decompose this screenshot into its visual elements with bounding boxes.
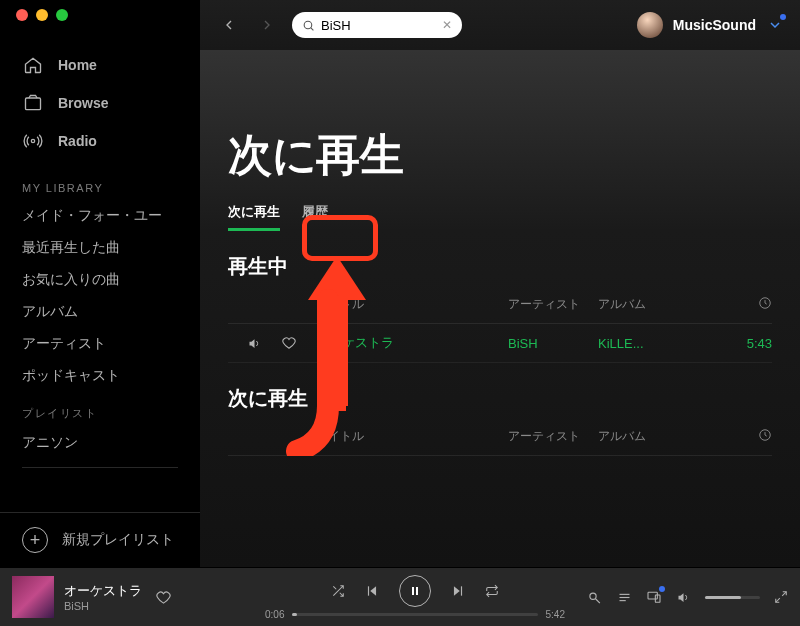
search-box[interactable]: ✕ <box>292 12 462 38</box>
column-duration-icon <box>700 296 778 313</box>
column-artist: アーティスト <box>508 296 592 313</box>
sidebar: Home Browse Radio MY LIBRARY メイド・フォー・ユー … <box>0 0 200 567</box>
library-item-artists[interactable]: アーティスト <box>0 328 200 360</box>
column-album: アルバム <box>598 296 694 313</box>
sidebar-item-browse[interactable]: Browse <box>0 84 200 122</box>
devices-notification-dot <box>659 586 665 592</box>
user-menu-chevron[interactable] <box>766 16 784 34</box>
column-title: タイトル <box>316 296 502 313</box>
column-artist: アーティスト <box>508 428 592 445</box>
playlist-item[interactable]: アニソン <box>0 427 200 459</box>
search-input[interactable] <box>321 18 436 33</box>
sidebar-item-label: Home <box>58 57 97 73</box>
clear-search-button[interactable]: ✕ <box>442 18 452 32</box>
close-window-button[interactable] <box>16 9 28 21</box>
sidebar-item-radio[interactable]: Radio <box>0 122 200 160</box>
track-album[interactable]: KiLLE... <box>598 336 694 351</box>
library-item-podcasts[interactable]: ポッドキャスト <box>0 360 200 392</box>
library-item-liked-songs[interactable]: お気に入りの曲 <box>0 264 200 296</box>
notification-dot <box>780 14 786 20</box>
username-label[interactable]: MusicSound <box>673 17 756 33</box>
column-duration-icon <box>700 428 778 445</box>
sidebar-item-label: Radio <box>58 133 97 149</box>
home-icon <box>22 54 44 76</box>
queue-tabs: 次に再生 履歴 <box>228 203 772 229</box>
like-track-button[interactable] <box>282 336 310 350</box>
volume-slider[interactable] <box>705 596 760 599</box>
progress-bar[interactable] <box>292 613 537 616</box>
playlists-section-label: プレイリスト <box>0 392 200 427</box>
track-title[interactable]: オーケストラ <box>316 334 502 352</box>
now-playing-indicator-icon <box>246 335 262 351</box>
library-item-albums[interactable]: アルバム <box>0 296 200 328</box>
svg-marker-8 <box>370 586 376 595</box>
fullscreen-button[interactable] <box>774 590 788 604</box>
topbar: ✕ MusicSound <box>200 0 800 50</box>
now-playing-heading: 再生中 <box>228 253 772 280</box>
minimize-window-button[interactable] <box>36 9 48 21</box>
previous-button[interactable] <box>365 584 379 598</box>
new-playlist-label: 新規プレイリスト <box>62 531 174 549</box>
player-like-button[interactable] <box>156 590 171 605</box>
track-duration: 5:43 <box>700 336 778 351</box>
player-track-title[interactable]: オーケストラ <box>64 582 142 600</box>
svg-rect-9 <box>368 586 369 595</box>
player-track-artist[interactable]: BiSH <box>64 600 142 612</box>
main-content: 次に再生 次に再生 履歴 再生中 タイトル アーティスト アルバム オーケストラ… <box>200 50 800 567</box>
svg-line-20 <box>782 592 786 596</box>
svg-rect-0 <box>26 98 41 110</box>
svg-rect-18 <box>648 592 657 599</box>
page-title: 次に再生 <box>228 126 772 185</box>
window-controls <box>16 9 68 21</box>
track-table-header: タイトル アーティスト アルバム <box>228 286 772 324</box>
sidebar-item-home[interactable]: Home <box>0 46 200 84</box>
maximize-window-button[interactable] <box>56 9 68 21</box>
svg-point-1 <box>31 139 34 142</box>
svg-rect-13 <box>461 586 462 595</box>
album-cover[interactable] <box>12 576 54 618</box>
svg-rect-11 <box>416 587 418 595</box>
elapsed-time: 0:06 <box>265 609 284 620</box>
search-icon <box>302 19 315 32</box>
up-next-heading: 次に再生 <box>228 385 772 412</box>
track-table-header-2: タイトル アーティスト アルバム <box>228 418 772 456</box>
new-playlist-button[interactable]: + 新規プレイリスト <box>0 512 200 567</box>
player-bar: オーケストラ BiSH 0:06 <box>0 567 800 626</box>
library-item-made-for-you[interactable]: メイド・フォー・ユー <box>0 200 200 232</box>
repeat-button[interactable] <box>485 584 499 598</box>
track-row-now-playing[interactable]: オーケストラ BiSH KiLLE... 5:43 <box>228 324 772 363</box>
svg-marker-12 <box>454 586 460 595</box>
pause-button[interactable] <box>399 575 431 607</box>
avatar[interactable] <box>637 12 663 38</box>
nav-back-button[interactable] <box>216 12 242 38</box>
volume-button[interactable] <box>676 590 691 605</box>
tab-up-next[interactable]: 次に再生 <box>228 203 280 229</box>
lyrics-button[interactable] <box>588 590 603 605</box>
shuffle-button[interactable] <box>331 584 345 598</box>
next-button[interactable] <box>451 584 465 598</box>
svg-line-3 <box>311 27 314 30</box>
sidebar-item-label: Browse <box>58 95 109 111</box>
devices-button[interactable] <box>646 589 662 605</box>
svg-point-2 <box>304 21 312 29</box>
library-item-recently-played[interactable]: 最近再生した曲 <box>0 232 200 264</box>
sidebar-divider <box>22 467 178 468</box>
svg-rect-10 <box>412 587 414 595</box>
tab-history[interactable]: 履歴 <box>302 203 328 229</box>
queue-button[interactable] <box>617 590 632 605</box>
browse-icon <box>22 92 44 114</box>
column-title: タイトル <box>316 428 502 445</box>
svg-point-14 <box>590 593 596 599</box>
radio-icon <box>22 130 44 152</box>
svg-line-21 <box>776 598 780 602</box>
library-section-label: MY LIBRARY <box>0 168 200 200</box>
column-album: アルバム <box>598 428 694 445</box>
plus-icon: + <box>22 527 48 553</box>
total-time: 5:42 <box>546 609 565 620</box>
nav-forward-button[interactable] <box>254 12 280 38</box>
track-artist[interactable]: BiSH <box>508 336 592 351</box>
